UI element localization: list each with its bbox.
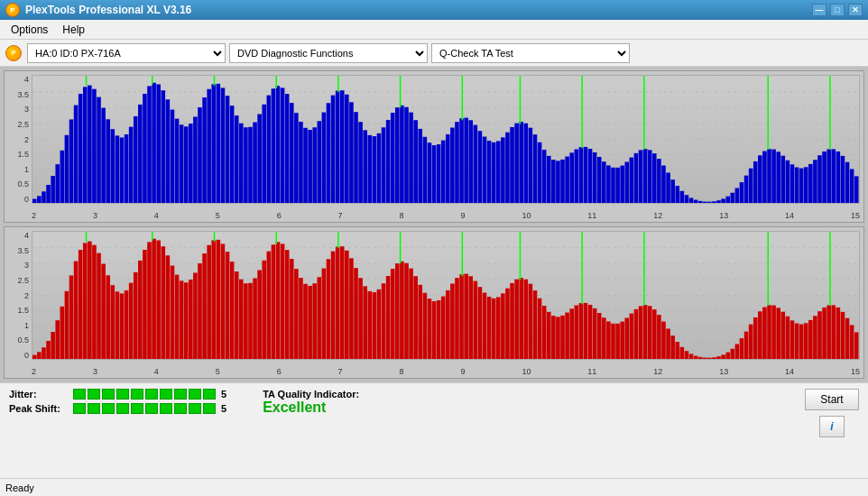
title-bar-left: P PlexTools Professional XL V3.16 [5, 3, 191, 17]
peak-shift-label: Peak Shift: [9, 403, 68, 414]
app-icon: P [5, 3, 20, 17]
bar-segment [174, 389, 187, 400]
jitter-row: Jitter: 5 [9, 389, 226, 400]
metrics-left: Jitter: 5 Peak Shift: 5 [9, 389, 226, 418]
bar-segment [73, 389, 86, 400]
close-button[interactable]: ✕ [848, 4, 863, 16]
status-bar: Ready [0, 478, 868, 496]
menu-help[interactable]: Help [55, 22, 92, 38]
function-select[interactable]: DVD Diagnostic Functions [229, 43, 428, 63]
info-button[interactable]: i [819, 416, 845, 437]
peak-shift-row: Peak Shift: 5 [9, 403, 226, 414]
top-chart-inner [32, 75, 860, 204]
bar-segment [131, 389, 143, 400]
jitter-bars [73, 389, 216, 400]
bottom-panel: Jitter: 5 Peak Shift: 5 TA Quality Indic… [0, 382, 868, 455]
start-button[interactable]: Start [805, 389, 859, 410]
top-chart: 4 3.5 3 2.5 2 1.5 1 0.5 0 2 3 4 5 6 7 8 … [4, 70, 864, 223]
status-text: Ready [5, 482, 34, 493]
ta-quality-section: TA Quality Indicator: Excellent [263, 389, 359, 416]
test-select[interactable]: Q-Check TA Test [431, 43, 630, 63]
bar-segment [160, 389, 172, 400]
peak-shift-value: 5 [221, 403, 226, 414]
bar-segment [145, 389, 158, 400]
title-bar-controls: — □ ✕ [812, 4, 863, 16]
toolbar-drive-icon: P [4, 43, 23, 63]
top-chart-y-axis: 4 3.5 3 2.5 2 1.5 1 0.5 0 [5, 75, 32, 204]
bar-segment [88, 389, 100, 400]
bar-segment [88, 403, 100, 414]
menu-bar: Options Help [0, 20, 868, 40]
menu-options[interactable]: Options [4, 22, 55, 38]
bar-segment [189, 389, 201, 400]
bar-segment [145, 403, 158, 414]
start-btn-container: Start i [805, 389, 859, 437]
title-bar: P PlexTools Professional XL V3.16 — □ ✕ [0, 0, 868, 20]
bar-segment [189, 403, 201, 414]
bar-segment [102, 389, 115, 400]
bottom-chart-y-axis: 4 3.5 3 2.5 2 1.5 1 0.5 0 [5, 231, 32, 360]
top-chart-canvas [32, 76, 859, 203]
bottom-chart-x-axis: 2 3 4 5 6 7 8 9 10 11 12 13 14 15 [32, 367, 860, 376]
info-icon: i [830, 420, 833, 433]
jitter-label: Jitter: [9, 389, 68, 400]
bottom-chart: 4 3.5 3 2.5 2 1.5 1 0.5 0 2 3 4 5 6 7 8 … [4, 226, 864, 379]
minimize-button[interactable]: — [812, 4, 826, 16]
bar-segment [174, 403, 187, 414]
bar-segment [160, 403, 172, 414]
bar-segment [116, 403, 129, 414]
ta-quality-value: Excellent [263, 400, 326, 416]
bar-segment [203, 403, 216, 414]
maximize-button[interactable]: □ [830, 4, 845, 16]
bar-segment [116, 389, 129, 400]
peak-shift-bars [73, 403, 216, 414]
jitter-value: 5 [221, 389, 226, 400]
toolbar: P HA:0 ID:0 PX-716A DVD Diagnostic Funct… [0, 40, 868, 67]
bar-segment [102, 403, 115, 414]
drive-select[interactable]: HA:0 ID:0 PX-716A [27, 43, 226, 63]
bar-segment [203, 389, 216, 400]
top-chart-x-axis: 2 3 4 5 6 7 8 9 10 11 12 13 14 15 [32, 211, 860, 220]
bottom-chart-inner [32, 231, 860, 360]
bar-segment [131, 403, 143, 414]
bar-segment [73, 403, 86, 414]
app-title: PlexTools Professional XL V3.16 [25, 4, 191, 16]
charts-area: 4 3.5 3 2.5 2 1.5 1 0.5 0 2 3 4 5 6 7 8 … [0, 67, 868, 382]
bottom-chart-canvas [32, 232, 859, 359]
ta-quality-label: TA Quality Indicator: [263, 389, 359, 400]
